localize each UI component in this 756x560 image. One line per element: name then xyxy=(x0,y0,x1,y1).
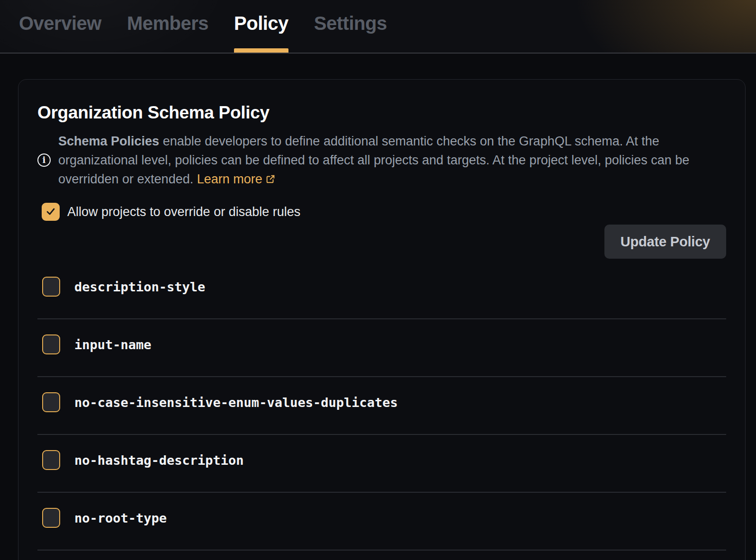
rule-row: input-name xyxy=(37,319,726,377)
tab-members[interactable]: Members xyxy=(127,0,208,53)
rule-name: no-case-insensitive-enum-values-duplicat… xyxy=(74,395,398,410)
update-policy-button[interactable]: Update Policy xyxy=(604,225,726,259)
policy-description: Schema Policies enable developers to def… xyxy=(58,132,718,189)
rule-checkbox[interactable] xyxy=(42,392,60,412)
learn-more-link[interactable]: Learn more xyxy=(197,172,276,186)
rule-checkbox[interactable] xyxy=(42,508,60,528)
tab-label: Policy xyxy=(234,13,288,34)
learn-more-label: Learn more xyxy=(197,172,262,186)
button-row: Update Policy xyxy=(37,225,726,259)
rule-checkbox[interactable] xyxy=(42,450,60,470)
info-icon: i xyxy=(37,154,51,167)
allow-override-label[interactable]: Allow projects to override or disable ru… xyxy=(67,205,300,219)
allow-override-checkbox[interactable] xyxy=(42,203,60,221)
rule-row: no-case-insensitive-enum-values-duplicat… xyxy=(37,377,726,435)
checkmark-icon xyxy=(45,206,56,217)
rule-row: description-style xyxy=(37,262,726,319)
main-content: Organization Schema Policy i Schema Poli… xyxy=(0,54,756,560)
tab-label: Members xyxy=(127,13,208,34)
rule-name: no-hashtag-description xyxy=(74,453,244,468)
allow-override-row: Allow projects to override or disable ru… xyxy=(37,203,726,221)
rule-name: no-root-type xyxy=(74,511,167,525)
tab-label: Overview xyxy=(19,13,101,34)
rule-row: no-hashtag-description xyxy=(37,435,726,493)
policy-rules-list: description-style input-name no-case-ins… xyxy=(37,262,726,551)
external-link-icon xyxy=(265,174,276,184)
rule-checkbox[interactable] xyxy=(42,277,60,297)
rule-checkbox[interactable] xyxy=(42,334,60,354)
policy-description-lead: Schema Policies xyxy=(58,134,159,148)
page-title: Organization Schema Policy xyxy=(37,102,726,123)
tab-policy[interactable]: Policy xyxy=(234,0,288,53)
rule-row: no-root-type xyxy=(37,493,726,551)
rule-name: input-name xyxy=(74,337,152,352)
policy-card: Organization Schema Policy i Schema Poli… xyxy=(18,79,746,560)
tab-overview[interactable]: Overview xyxy=(19,0,101,53)
tab-settings[interactable]: Settings xyxy=(314,0,387,53)
tab-bar: Overview Members Policy Settings xyxy=(0,0,756,54)
tab-label: Settings xyxy=(314,13,387,34)
rule-name: description-style xyxy=(74,280,205,294)
policy-description-callout: i Schema Policies enable developers to d… xyxy=(37,132,726,189)
